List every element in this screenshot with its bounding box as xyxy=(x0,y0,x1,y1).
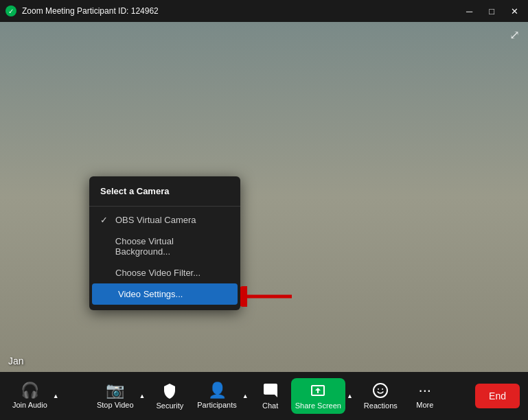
video-background: Jan xyxy=(0,22,528,372)
reactions-label: Reactions xyxy=(364,401,398,410)
close-button[interactable]: ✕ xyxy=(507,5,523,18)
window-title: Zoom Meeting Participant ID: 124962 xyxy=(22,6,159,16)
more-label: More xyxy=(416,401,433,409)
stop-video-group: 📷 Stop Video ▲ xyxy=(93,379,147,413)
menu-item-label: Choose Virtual Background... xyxy=(115,236,229,257)
chat-icon xyxy=(262,382,279,399)
toolbar-left: 🎧 Join Audio ▲ xyxy=(8,379,60,413)
minimize-button[interactable]: ─ xyxy=(462,5,477,18)
share-screen-chevron[interactable]: ▲ xyxy=(345,378,354,414)
video-area: Jan xyxy=(0,22,528,372)
participants-group: 👤 Participants ▲ xyxy=(193,379,249,413)
menu-item-label: Video Settings... xyxy=(118,289,183,299)
stop-video-button[interactable]: 📷 Stop Video xyxy=(93,379,138,413)
more-icon: ··· xyxy=(419,383,431,398)
join-audio-button[interactable]: 🎧 Join Audio xyxy=(8,379,51,413)
title-bar: ✓ Zoom Meeting Participant ID: 124962 ─ … xyxy=(0,0,528,22)
menu-item-virtual-bg[interactable]: Choose Virtual Background... xyxy=(89,231,240,262)
menu-item-label: Choose Video Filter... xyxy=(115,268,200,278)
share-screen-label: Share Screen xyxy=(295,401,341,410)
svg-point-4 xyxy=(382,388,383,390)
security-button[interactable]: Security xyxy=(150,378,191,414)
svg-point-3 xyxy=(378,388,379,390)
toolbar-right: End xyxy=(475,384,520,408)
reactions-button[interactable]: Reactions xyxy=(357,378,404,414)
dropdown-header: Select a Camera xyxy=(89,182,240,203)
join-audio-group: 🎧 Join Audio ▲ xyxy=(8,379,60,413)
join-audio-label: Join Audio xyxy=(12,401,47,409)
more-button[interactable]: ··· More xyxy=(407,379,443,413)
menu-item-label: OBS Virtual Camera xyxy=(115,215,196,225)
chat-label: Chat xyxy=(262,401,278,410)
security-label: Security xyxy=(157,401,184,410)
share-screen-button[interactable]: Share Screen xyxy=(291,378,345,414)
share-screen-group: Share Screen ▲ xyxy=(291,378,354,414)
red-arrow-indicator xyxy=(240,286,295,307)
menu-item-video-settings[interactable]: Video Settings... xyxy=(92,283,238,305)
title-bar-left: ✓ Zoom Meeting Participant ID: 124962 xyxy=(5,5,159,16)
participants-chevron[interactable]: ▲ xyxy=(241,379,250,413)
empty-check xyxy=(100,242,110,252)
headphone-icon: 🎧 xyxy=(21,383,39,398)
camera-dropdown-menu: Select a Camera ✓ OBS Virtual Camera Cho… xyxy=(89,176,240,310)
menu-divider xyxy=(89,206,240,207)
maximize-button[interactable]: □ xyxy=(485,5,498,18)
check-icon: ✓ xyxy=(100,215,110,225)
expand-icon[interactable]: ⤢ xyxy=(509,27,520,43)
share-screen-icon xyxy=(310,382,326,399)
shield-icon: ✓ xyxy=(5,5,16,16)
empty-check xyxy=(100,268,110,278)
toolbar-center: 📷 Stop Video ▲ Security 👤 Participants ▲… xyxy=(60,378,475,414)
reactions-icon xyxy=(372,382,389,399)
video-icon: 📷 xyxy=(106,383,124,398)
stop-video-label: Stop Video xyxy=(97,401,134,409)
title-bar-controls: ─ □ ✕ xyxy=(462,5,523,18)
chat-button[interactable]: Chat xyxy=(253,378,288,414)
shield-icon xyxy=(161,382,178,399)
join-audio-chevron[interactable]: ▲ xyxy=(51,379,60,413)
empty-check xyxy=(103,289,113,299)
participants-label: Participants xyxy=(197,401,236,409)
end-button[interactable]: End xyxy=(475,384,520,408)
participant-name: Jan xyxy=(8,355,24,366)
svg-point-2 xyxy=(374,384,387,397)
menu-item-obs-camera[interactable]: ✓ OBS Virtual Camera xyxy=(89,209,240,231)
stop-video-chevron[interactable]: ▲ xyxy=(138,379,147,413)
participants-icon: 👤 xyxy=(208,383,227,398)
participants-button[interactable]: 👤 Participants xyxy=(193,379,240,413)
wall-background xyxy=(0,22,528,372)
toolbar: 🎧 Join Audio ▲ 📷 Stop Video ▲ Security 👤… xyxy=(0,372,528,420)
menu-item-video-filter[interactable]: Choose Video Filter... xyxy=(89,262,240,283)
